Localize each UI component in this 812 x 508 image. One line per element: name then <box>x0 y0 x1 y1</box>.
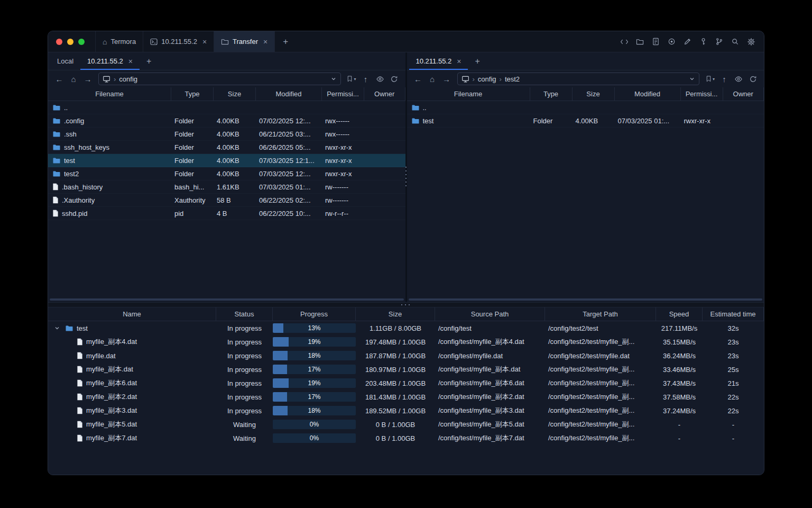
transfer-row[interactable]: myfile_副本7.dat Waiting 0% 0 B / 1.00GB /… <box>48 431 764 445</box>
file-owner <box>364 194 405 206</box>
bookmark-icon[interactable]: ▾ <box>345 72 358 85</box>
column-header[interactable]: Target Path <box>545 307 656 321</box>
transfer-row[interactable]: myfile_副本6.dat In progress 19% 203.48MB … <box>48 376 764 390</box>
search-icon[interactable] <box>728 35 742 48</box>
forward-icon[interactable]: → <box>81 72 95 85</box>
up-icon[interactable]: ↑ <box>359 72 373 85</box>
column-header[interactable]: Name <box>48 307 216 321</box>
column-header[interactable]: Estimated time <box>703 307 764 321</box>
settings-icon[interactable] <box>744 35 758 48</box>
table-row[interactable]: ssh_host_keys Folder 4.00KB 06/26/2025 0… <box>48 141 405 154</box>
column-header[interactable]: Permissi... <box>681 87 723 101</box>
column-header[interactable]: Status <box>216 307 273 321</box>
panel-tab[interactable]: 10.211.55.2 × <box>409 52 468 70</box>
minimize-window-button[interactable] <box>67 39 73 45</box>
panel-tab[interactable]: Local × <box>50 52 80 70</box>
chevron-down-icon[interactable] <box>330 76 337 82</box>
window-tab[interactable]: ⌂ Transfer × <box>214 31 275 52</box>
table-row[interactable]: .. <box>407 101 764 114</box>
column-header[interactable]: Owner <box>364 87 405 101</box>
table-row[interactable]: test Folder 4.00KB 07/03/2025 12:1... rw… <box>48 154 405 167</box>
chevron-down-icon[interactable] <box>689 76 695 82</box>
column-header[interactable]: Size <box>356 307 435 321</box>
folder-icon[interactable] <box>633 35 647 48</box>
new-window-tab-button[interactable]: + <box>275 31 296 52</box>
table-row[interactable]: .. <box>48 101 405 114</box>
refresh-icon[interactable] <box>387 72 401 85</box>
column-header[interactable]: Modified <box>256 87 322 101</box>
column-header[interactable]: Progress <box>273 307 356 321</box>
column-header[interactable]: Speed <box>656 307 703 321</box>
column-header[interactable]: Source Path <box>435 307 545 321</box>
table-row[interactable]: test Folder 4.00KB 07/03/2025 01:... rwx… <box>407 114 764 128</box>
back-icon[interactable]: ← <box>52 72 66 85</box>
panel-tab[interactable]: 10.211.55.2 × <box>80 52 140 70</box>
horizontal-scrollbar[interactable] <box>48 297 405 302</box>
path-bar[interactable]: › config › test2 <box>457 72 700 85</box>
scrollbar-thumb[interactable] <box>409 298 763 301</box>
column-header[interactable]: Size <box>573 87 615 101</box>
horizontal-scrollbar[interactable] <box>407 297 764 302</box>
new-panel-tab-button[interactable]: + <box>468 52 486 70</box>
progress-label: 17% <box>273 392 356 402</box>
table-row[interactable]: .ssh Folder 4.00KB 06/21/2025 03:... rwx… <box>48 128 405 141</box>
table-row[interactable]: test2 Folder 4.00KB 07/03/2025 12:... rw… <box>48 167 405 180</box>
home-icon[interactable]: ⌂ <box>67 72 80 85</box>
table-row[interactable]: .config Folder 4.00KB 07/02/2025 12:... … <box>48 114 405 128</box>
back-icon[interactable]: ← <box>411 72 425 85</box>
refresh-icon[interactable] <box>746 72 760 85</box>
breadcrumb-segment[interactable]: › config <box>110 75 137 83</box>
bookmark-icon[interactable]: ▾ <box>703 72 717 85</box>
column-header[interactable]: Type <box>171 87 214 101</box>
breadcrumb-segment[interactable]: › test2 <box>496 75 520 83</box>
close-icon[interactable]: × <box>457 58 461 65</box>
expand-chevron-icon[interactable] <box>52 325 62 331</box>
table-row[interactable]: .Xauthority Xauthority 58 B 06/22/2025 0… <box>48 194 405 207</box>
chevron-right-icon: › <box>473 75 475 83</box>
column-header[interactable]: Permissi... <box>322 87 364 101</box>
transfer-estimated-time: 25s <box>703 362 764 376</box>
key-icon[interactable] <box>697 35 710 48</box>
eye-icon[interactable] <box>373 72 387 85</box>
forward-icon[interactable]: → <box>440 72 454 85</box>
edit-icon[interactable] <box>681 35 694 48</box>
window-tab[interactable]: ⌂ 10.211.55.2 × <box>143 31 214 52</box>
home-icon[interactable]: ⌂ <box>426 72 439 85</box>
zoom-window-button[interactable] <box>78 39 85 45</box>
table-row[interactable]: .bash_history bash_hi... 1.61KB 07/03/20… <box>48 180 405 194</box>
eye-icon[interactable] <box>732 72 745 85</box>
window-tab[interactable]: ⌂ Termora × <box>95 31 143 52</box>
path-bar[interactable]: › config <box>98 72 341 85</box>
close-icon[interactable]: × <box>128 58 133 65</box>
scrollbar-thumb[interactable] <box>50 298 404 301</box>
column-header[interactable]: Modified <box>615 87 681 101</box>
column-header[interactable]: Type <box>530 87 573 101</box>
column-header[interactable]: Size <box>214 87 256 101</box>
column-header[interactable]: Owner <box>723 87 764 101</box>
branch-icon[interactable] <box>713 35 726 48</box>
column-header[interactable]: Filename <box>48 87 171 101</box>
column-header[interactable]: Filename <box>407 87 530 101</box>
transfer-row[interactable]: myfile_副本.dat In progress 17% 180.97MB /… <box>48 362 764 376</box>
close-icon[interactable]: × <box>263 38 267 46</box>
file-modified <box>256 101 322 114</box>
close-icon[interactable]: × <box>202 38 207 46</box>
breadcrumb-segment[interactable]: › config <box>469 75 496 83</box>
right-file-panel: 10.211.55.2 × + ← ⌂ → <box>407 52 764 302</box>
transfer-row[interactable]: myfile_副本2.dat In progress 17% 181.43MB … <box>48 390 764 404</box>
new-panel-tab-button[interactable]: + <box>140 52 158 70</box>
transfer-row[interactable]: myfile.dat In progress 18% 187.87MB / 1.… <box>48 349 764 362</box>
transfer-row[interactable]: myfile_副本5.dat Waiting 0% 0 B / 1.00GB /… <box>48 418 764 431</box>
log-icon[interactable] <box>649 35 662 48</box>
transfer-row[interactable]: myfile_副本4.dat In progress 19% 197.48MB … <box>48 335 764 349</box>
transfer-row[interactable]: myfile_副本3.dat In progress 18% 189.52MB … <box>48 404 764 418</box>
transfer-splitter[interactable] <box>48 302 764 307</box>
progress-cell: 17% <box>273 390 356 404</box>
table-row[interactable]: sshd.pid pid 4 B 06/22/2025 10:... rw-r-… <box>48 207 405 220</box>
close-window-button[interactable] <box>56 39 62 45</box>
panel-splitter[interactable] <box>405 52 407 302</box>
up-icon[interactable]: ↑ <box>717 72 731 85</box>
record-icon[interactable] <box>665 35 678 48</box>
transfer-row[interactable]: test In progress 13% 1.11GB / 8.00GB /co… <box>48 321 764 335</box>
code-icon[interactable] <box>617 35 631 48</box>
